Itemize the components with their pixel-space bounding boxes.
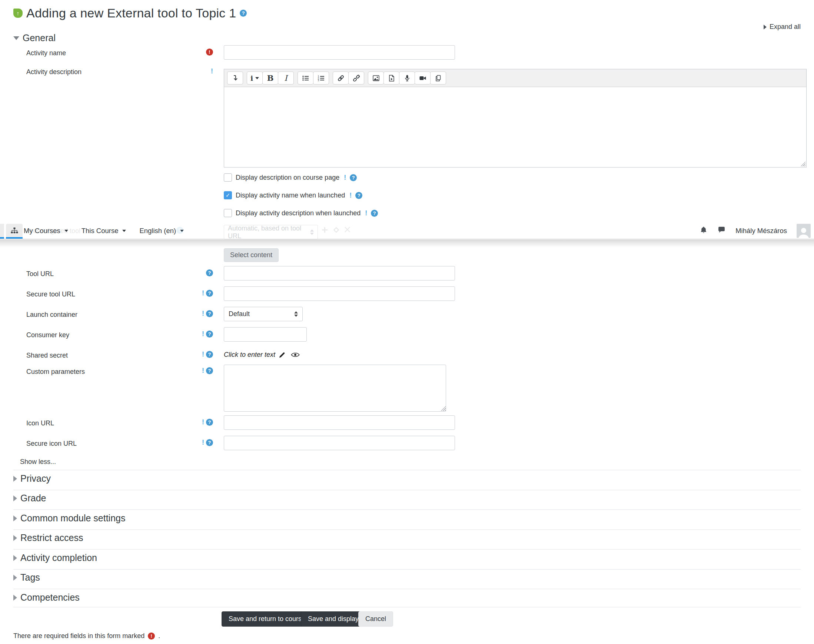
- section-grade[interactable]: Grade: [13, 493, 46, 504]
- notifications-button[interactable]: [699, 226, 708, 236]
- display-activity-name-checkbox[interactable]: ✓: [224, 191, 232, 199]
- help-icon[interactable]: ?: [206, 310, 213, 317]
- ordered-list-button[interactable]: 123: [313, 72, 329, 84]
- select-content-button[interactable]: Select content: [224, 248, 279, 262]
- display-activity-description-checkbox[interactable]: ✓: [224, 209, 232, 217]
- help-icon[interactable]: ?: [206, 269, 213, 276]
- copy-files-icon: [435, 75, 442, 82]
- bold-button[interactable]: B: [262, 72, 278, 84]
- icon-url-label: Icon URL: [26, 419, 54, 427]
- italic-button[interactable]: I: [278, 72, 294, 84]
- activity-name-input[interactable]: [224, 45, 455, 60]
- divider: [13, 490, 801, 490]
- record-audio-button[interactable]: [399, 72, 415, 84]
- navbar: Preconfigured tool My Courses This Cours…: [0, 222, 814, 239]
- select-caret-icon: [310, 229, 314, 235]
- section-privacy[interactable]: Privacy: [13, 473, 51, 484]
- divider: [13, 549, 801, 549]
- section-general[interactable]: General: [13, 32, 55, 43]
- manage-files-button[interactable]: [430, 72, 446, 84]
- chevron-right-icon: [13, 476, 17, 482]
- insert-image-button[interactable]: [368, 72, 384, 84]
- expand-all-link[interactable]: Expand all: [763, 23, 801, 31]
- secure-tool-url-label: Secure tool URL: [26, 290, 75, 298]
- tool-url-input[interactable]: [224, 266, 455, 281]
- checkbox-row-display-description: ✓ Display description on course page ! ?: [224, 173, 357, 182]
- chevron-right-icon: [13, 535, 17, 541]
- cancel-button[interactable]: Cancel: [358, 612, 393, 627]
- avatar[interactable]: [797, 224, 811, 238]
- nav-partial-button[interactable]: [0, 224, 4, 237]
- advanced-icon: !: [350, 192, 352, 199]
- page: ↑ Adding a new External tool to Topic 1 …: [0, 0, 814, 644]
- help-icon[interactable]: ?: [206, 351, 213, 358]
- help-icon[interactable]: ?: [206, 367, 213, 374]
- unordered-list-button[interactable]: [297, 72, 313, 84]
- help-icon[interactable]: ?: [355, 192, 362, 199]
- record-video-button[interactable]: [415, 72, 431, 84]
- chevron-right-icon: [13, 495, 17, 501]
- secure-icon-url-label: Secure icon URL: [26, 440, 77, 448]
- secure-icon-url-input[interactable]: [224, 436, 455, 450]
- section-tags[interactable]: Tags: [13, 572, 40, 583]
- secure-tool-url-input[interactable]: [224, 287, 455, 301]
- section-competencies[interactable]: Competencies: [13, 592, 80, 603]
- show-less-link[interactable]: Show less...: [20, 458, 56, 466]
- shared-secret-edit-link[interactable]: Click to enter text: [224, 351, 275, 359]
- divider: [13, 529, 801, 530]
- launch-container-select[interactable]: Default: [224, 307, 303, 321]
- advanced-icon: !: [202, 439, 204, 446]
- chevron-down-icon: [13, 36, 19, 40]
- save-and-display-button[interactable]: Save and display: [301, 612, 366, 627]
- messages-button[interactable]: [717, 226, 726, 235]
- user-name[interactable]: Mihály Mészáros: [736, 227, 787, 235]
- nav-items: My Courses This Course English (en): [24, 222, 184, 239]
- help-icon[interactable]: ?: [240, 10, 247, 17]
- chat-bubble-icon: [717, 226, 726, 234]
- help-icon[interactable]: ?: [206, 419, 213, 426]
- rich-text-editor: i B I 123: [224, 69, 806, 167]
- external-tool-icon: ↑: [13, 9, 23, 18]
- consumer-key-input[interactable]: [224, 327, 307, 342]
- icon-url-input[interactable]: [224, 416, 455, 430]
- preconfigured-tool-select[interactable]: Automatic, based on tool URL: [224, 225, 318, 239]
- shared-secret-label: Shared secret: [26, 351, 68, 359]
- custom-parameters-label: Custom parameters: [26, 368, 85, 376]
- required-fields-note: There are required fields in this form m…: [13, 632, 160, 640]
- save-and-return-button[interactable]: Save and return to course: [222, 612, 312, 627]
- advanced-icon: !: [211, 68, 213, 75]
- unlink-button[interactable]: [348, 72, 364, 84]
- resize-handle[interactable]: [801, 161, 805, 166]
- checkbox-row-display-description-launched: ✓ Display activity description when laun…: [224, 209, 378, 217]
- text-style-button[interactable]: i: [247, 72, 263, 84]
- activity-description-label: Activity description: [26, 68, 81, 76]
- nav-my-courses[interactable]: My Courses: [24, 227, 68, 235]
- help-icon[interactable]: ?: [206, 290, 213, 297]
- section-activity-completion[interactable]: Activity completion: [13, 552, 97, 563]
- svg-text:3: 3: [317, 79, 319, 81]
- pencil-icon[interactable]: [279, 352, 285, 358]
- page-title-text: Adding a new External tool to Topic 1: [26, 6, 236, 20]
- chevron-right-icon: [13, 575, 17, 581]
- sitemap-button[interactable]: [6, 224, 23, 237]
- section-general-title: General: [23, 32, 55, 43]
- help-icon[interactable]: ?: [371, 210, 378, 217]
- editor-content-area[interactable]: [224, 87, 806, 167]
- help-icon[interactable]: ?: [350, 174, 357, 181]
- section-restrict-access[interactable]: Restrict access: [13, 532, 83, 543]
- nav-this-course[interactable]: This Course: [81, 227, 126, 235]
- divider: [13, 607, 801, 607]
- section-common-module-settings[interactable]: Common module settings: [13, 513, 125, 524]
- caret-down-icon: [64, 230, 68, 232]
- page-title: ↑ Adding a new External tool to Topic 1 …: [13, 6, 247, 20]
- advanced-icon: !: [202, 351, 204, 358]
- navbar-shadow: [0, 239, 814, 247]
- insert-media-button[interactable]: [383, 72, 399, 84]
- help-icon[interactable]: ?: [206, 439, 213, 446]
- eye-icon[interactable]: [291, 352, 300, 358]
- collapse-toolbar-button[interactable]: [227, 72, 243, 84]
- display-description-checkbox[interactable]: ✓: [224, 173, 232, 182]
- custom-parameters-textarea[interactable]: [224, 365, 446, 412]
- help-icon[interactable]: ?: [206, 331, 213, 337]
- link-button[interactable]: [333, 72, 349, 84]
